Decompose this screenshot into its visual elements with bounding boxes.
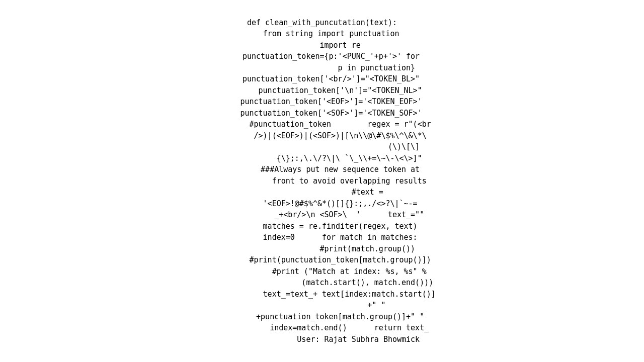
code-line: import re (208, 40, 436, 51)
code-line: #text = (208, 187, 436, 198)
code-line: matches = re.finditer(regex, text) (208, 221, 436, 232)
code-line: p in punctuation} (208, 62, 436, 74)
code-line: punctuation_token={p:'<PUNC_'+p+'>' for (208, 51, 436, 62)
code-line: (match.start(), match.end())) (208, 277, 436, 289)
code-line: text_=text_+ text[index:match.start()] (208, 289, 436, 300)
code-line: />)|(<EOF>)|(<SOF>)|[\n\\@\#\$%\^\&\*\ (208, 130, 436, 142)
code-line: index=0 for match in matches: (208, 232, 436, 243)
code-line: +" " (208, 300, 436, 311)
code-line: def clean_with_puncutation(text): (208, 17, 436, 29)
code-line: #print(punctuation_token[match.group()]) (208, 254, 436, 266)
code-line: {\};:,\.\/?\|\ `\_\\+=\~\-\<\>]" (208, 153, 436, 164)
code-line: #print ("Match at index: %s, %s" % (208, 266, 436, 278)
code-line: #print(match.group()) (208, 243, 436, 255)
code-line: index=match.end() return text_ (208, 322, 436, 334)
code-line: front to avoid overlapping results (208, 175, 436, 187)
code-line: '<EOF>!@#$%^&*()[]{}:;,./<>?\|`~-= (208, 198, 436, 210)
code-line: from string import punctuation (208, 28, 436, 40)
code-line: +punctuation_token[match.group()]+" " (208, 311, 436, 323)
code-line: punctuation_token['\n']="<TOKEN_NL>" (208, 85, 436, 97)
code-line: (\)\[\] (208, 141, 436, 153)
code-line: ###Always put new sequence token at (208, 164, 436, 175)
code-line: _+<br/>\n <SOF>\ ' text_="" (208, 209, 436, 221)
code-line: #punctuation_token regex = r"(<br (208, 119, 436, 130)
code-line: User: Rajat Subhra Bhowmick (208, 334, 436, 345)
code-line: punctuation_token['<SOF>']='<TOKEN_SOF>' (208, 108, 436, 119)
code-line: punctuation_token['<br/>']="<TOKEN_BL>" (208, 73, 436, 85)
code-line: punctuation_token['<EOF>']='<TOKEN_EOF>' (208, 96, 436, 108)
code-display: def clean_with_puncutation(text): from s… (208, 17, 436, 345)
